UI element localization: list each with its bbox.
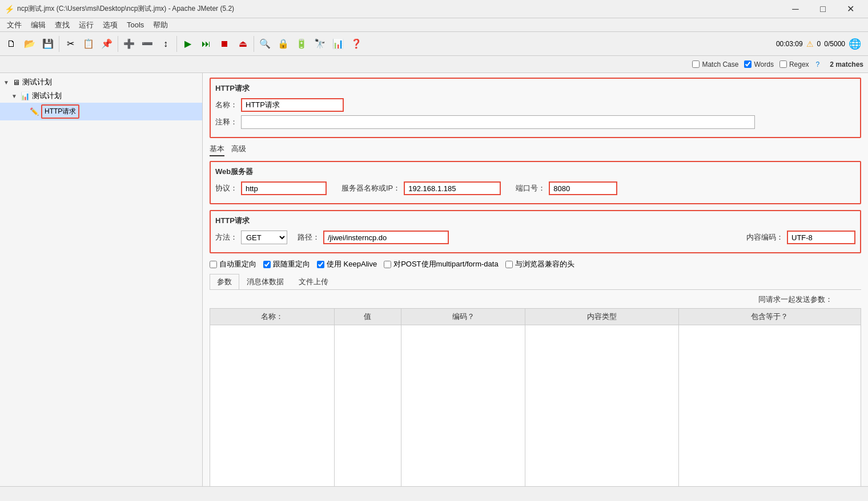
col-encode-cell — [401, 325, 525, 487]
tree-label-plan: 测试计划 — [32, 91, 62, 101]
auto-redirect-label[interactable]: 自动重定向 — [219, 259, 256, 269]
col-value: 值 — [334, 309, 401, 325]
words-checkbox[interactable] — [744, 60, 752, 68]
comment-input[interactable] — [241, 115, 755, 129]
cut-button[interactable]: ✂ — [61, 35, 79, 53]
shutdown-button[interactable]: ⏏ — [234, 35, 252, 53]
clear-button[interactable]: 🔒 — [274, 35, 292, 53]
menu-find[interactable]: 查找 — [50, 19, 74, 31]
search-help[interactable]: ? — [816, 60, 820, 68]
follow-redirect-checkbox[interactable] — [263, 261, 271, 268]
multipart-checkbox[interactable] — [384, 261, 391, 268]
port-input[interactable] — [549, 181, 617, 195]
keep-alive-checkbox[interactable] — [317, 261, 324, 268]
web-server-title: Web服务器 — [215, 167, 855, 177]
tab-body[interactable]: 消息体数据 — [239, 274, 291, 289]
advanced-tab[interactable]: 高级 — [231, 144, 246, 156]
toggle-button[interactable]: ↕ — [156, 35, 175, 53]
search-bar: Match Case Words Regex ? 2 matches — [0, 56, 868, 73]
tree-item-plan[interactable]: ▼ 📊 测试计划 — [0, 89, 202, 103]
minimize-button[interactable]: ─ — [782, 1, 809, 17]
copy-button[interactable]: 📋 — [79, 35, 98, 53]
search-matches: 2 matches — [830, 60, 863, 68]
col-value-cell — [334, 325, 401, 487]
aggregate-button[interactable]: 🔋 — [292, 35, 311, 53]
globe-icon: 🌐 — [849, 38, 861, 50]
auto-redirect-checkbox[interactable] — [210, 261, 217, 268]
method-select[interactable]: GET POST PUT DELETE — [241, 231, 287, 244]
words-label[interactable]: Words — [754, 60, 773, 68]
col-encode: 编码？ — [401, 309, 525, 325]
basic-tab[interactable]: 基本 — [210, 144, 224, 156]
maximize-button[interactable]: □ — [810, 1, 836, 17]
follow-redirect-label[interactable]: 跟随重定向 — [273, 259, 310, 269]
run-button[interactable]: ▶ — [179, 35, 197, 53]
tab-files[interactable]: 文件上传 — [291, 274, 336, 289]
col-content-type-cell — [525, 325, 678, 487]
name-input[interactable] — [241, 98, 344, 112]
http-request-detail-section: HTTP请求 方法： GET POST PUT DELETE 路径： 内容编码： — [210, 210, 861, 253]
timer-area: 00:03:09 ⚠ 0 0/5000 🌐 — [776, 38, 866, 50]
params-send-label: 同请求一起发送参数： — [210, 294, 861, 305]
paste-button[interactable]: 📌 — [98, 35, 116, 53]
multipart-label[interactable]: 对POST使用multipart/form-data — [393, 259, 499, 269]
tree-icon-plan: 📊 — [21, 92, 30, 100]
col-include-cell — [678, 325, 861, 487]
protocol-input[interactable] — [241, 181, 327, 195]
warning-icon: ⚠ — [806, 39, 814, 49]
web-server-section: Web服务器 协议： 服务器名称或IP： 端口号： — [210, 161, 861, 204]
expand-button[interactable]: ➕ — [120, 35, 138, 53]
match-case-checkbox[interactable] — [692, 60, 700, 68]
sep-3 — [176, 36, 177, 52]
telescope-button[interactable]: 🔭 — [311, 35, 329, 53]
search-icon-button[interactable]: 🔍 — [256, 35, 274, 53]
collapse-button[interactable]: ➖ — [138, 35, 156, 53]
list-button[interactable]: 📊 — [329, 35, 347, 53]
menu-help[interactable]: 帮助 — [148, 19, 172, 31]
regex-label[interactable]: Regex — [789, 60, 809, 68]
method-path-row: 方法： GET POST PUT DELETE 路径： 内容编码： — [215, 231, 855, 244]
comment-row: 注释： — [215, 115, 855, 129]
protocol-label: 协议： — [215, 183, 238, 193]
run-no-pause-button[interactable]: ⏭ — [197, 35, 215, 53]
toolbar: 🗋 📂 💾 ✂ 📋 📌 ➕ ➖ ↕ ▶ ⏭ ⏹ ⏏ 🔍 🔒 🔋 🔭 📊 ❓ 00… — [0, 32, 868, 56]
status-bar — [0, 486, 868, 501]
tree-toggle-root: ▼ — [3, 79, 10, 86]
path-input[interactable] — [323, 231, 449, 244]
tab-params[interactable]: 参数 — [210, 274, 239, 289]
window-controls: ─ □ ✕ — [782, 1, 863, 17]
menu-edit[interactable]: 编辑 — [26, 19, 50, 31]
browser-headers-item[interactable]: 与浏览器兼容的头 — [505, 259, 574, 269]
save-button[interactable]: 💾 — [39, 35, 57, 53]
multipart-item[interactable]: 对POST使用multipart/form-data — [384, 259, 499, 269]
name-row: 名称： — [215, 98, 855, 112]
follow-redirect-item[interactable]: 跟随重定向 — [263, 259, 310, 269]
open-button[interactable]: 📂 — [21, 35, 39, 53]
encoding-label: 内容编码： — [746, 232, 783, 243]
menu-file[interactable]: 文件 — [2, 19, 26, 31]
keep-alive-label[interactable]: 使用 KeepAlive — [327, 259, 377, 269]
auto-redirect-item[interactable]: 自动重定向 — [210, 259, 256, 269]
browser-headers-label[interactable]: 与浏览器兼容的头 — [515, 259, 574, 269]
menu-tools[interactable]: Tools — [122, 19, 148, 30]
path-label: 路径： — [298, 232, 320, 243]
tree-item-http[interactable]: ✏️ HTTP请求 — [0, 103, 202, 120]
regex-checkbox[interactable] — [779, 60, 787, 68]
stop-button[interactable]: ⏹ — [215, 35, 234, 53]
menu-options[interactable]: 选项 — [98, 19, 122, 31]
menu-run[interactable]: 运行 — [74, 19, 98, 31]
help-button[interactable]: ❓ — [347, 35, 365, 53]
close-button[interactable]: ✕ — [837, 1, 863, 17]
app-icon: ⚡ — [5, 5, 14, 14]
match-case-label[interactable]: Match Case — [702, 60, 738, 68]
browser-headers-checkbox[interactable] — [505, 261, 513, 268]
keep-alive-item[interactable]: 使用 KeepAlive — [317, 259, 377, 269]
new-button[interactable]: 🗋 — [2, 35, 21, 53]
server-input[interactable] — [404, 181, 501, 195]
encoding-input[interactable] — [787, 231, 855, 244]
tree-item-root[interactable]: ▼ 🖥 测试计划 — [0, 75, 202, 89]
tree-label-http: HTTP请求 — [41, 104, 79, 119]
params-table: 名称： 值 编码？ 内容类型 包含等于？ — [210, 308, 861, 486]
title-bar: ⚡ ncp测试.jmx (C:\Users\msi\Desktop\ncp测试.… — [0, 0, 868, 18]
words-group: Words — [744, 60, 773, 68]
